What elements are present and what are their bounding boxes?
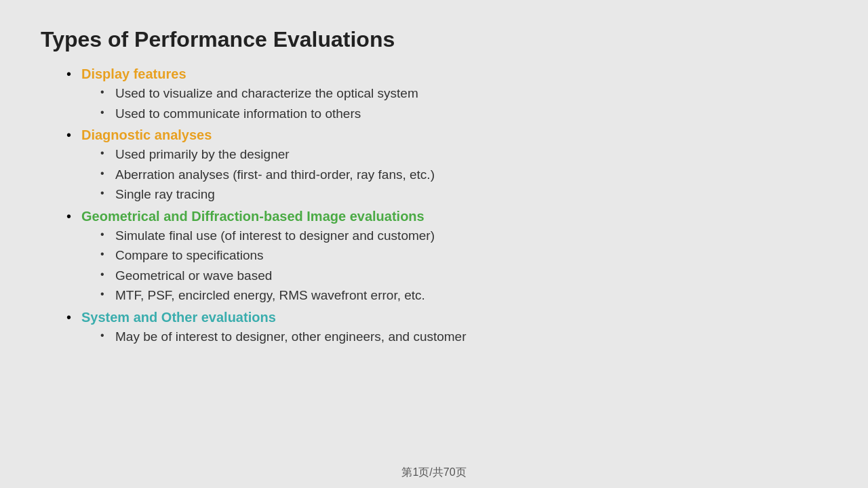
list-item: May be of interest to designer, other en… (115, 327, 827, 346)
list-item-diagnostic: Diagnostic analyses Used primarily by th… (81, 125, 827, 204)
list-item-display: Display features Used to visualize and c… (81, 64, 827, 123)
display-features-subitems: Used to visualize and characterize the o… (81, 84, 827, 123)
slide-title: Types of Performance Evaluations (41, 27, 827, 52)
content-area: Display features Used to visualize and c… (41, 64, 827, 346)
system-subitems: May be of interest to designer, other en… (81, 327, 827, 346)
list-item: Used to visualize and characterize the o… (115, 84, 827, 103)
list-item: Compare to specifications (115, 246, 827, 265)
list-item: Used primarily by the designer (115, 145, 827, 164)
geometrical-label: Geometrical and Diffraction-based Image … (81, 209, 425, 224)
list-item: Aberration analyses (first- and third-or… (115, 165, 827, 184)
list-item: Simulate final use (of interest to desig… (115, 226, 827, 245)
slide-container: Types of Performance Evaluations Display… (0, 0, 868, 488)
system-evaluations-label: System and Other evaluations (81, 310, 276, 325)
list-item: Used to communicate information to other… (115, 104, 827, 123)
list-item: MTF, PSF, encircled energy, RMS wavefron… (115, 286, 827, 305)
list-item-geometrical: Geometrical and Diffraction-based Image … (81, 207, 827, 305)
main-list: Display features Used to visualize and c… (41, 64, 827, 346)
list-item-system: System and Other evaluations May be of i… (81, 308, 827, 346)
list-item: Single ray tracing (115, 185, 827, 204)
list-item: Geometrical or wave based (115, 266, 827, 285)
geometrical-subitems: Simulate final use (of interest to desig… (81, 226, 827, 305)
page-indicator: 第1页/共70页 (401, 466, 466, 480)
diagnostic-analyses-label: Diagnostic analyses (81, 127, 212, 142)
diagnostic-subitems: Used primarily by the designer Aberratio… (81, 145, 827, 204)
display-features-label: Display features (81, 66, 186, 81)
